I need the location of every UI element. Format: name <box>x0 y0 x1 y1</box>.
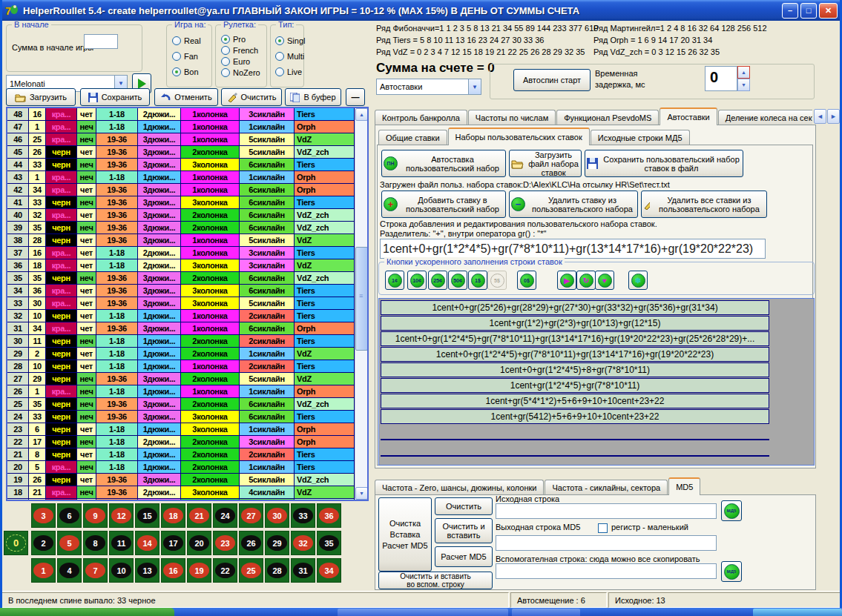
minimize-button[interactable]: – <box>782 3 798 19</box>
board-cell-17[interactable]: 17 <box>161 531 185 555</box>
shape-fill-button[interactable]: ♥ <box>595 271 614 290</box>
board-cell-10[interactable]: 10 <box>109 558 134 583</box>
taskbar-item[interactable] <box>512 609 580 616</box>
board-cell-16[interactable]: 16 <box>161 558 185 583</box>
coin-button-1¢[interactable]: 1¢ <box>385 271 404 290</box>
coin-button-50¢[interactable]: 50¢ <box>448 271 467 290</box>
copy-buffer-button[interactable]: В буфер <box>285 88 341 106</box>
board-cell-26[interactable]: 26 <box>239 531 263 555</box>
bet-string-row[interactable]: 1cent+0+gr(1*2*4*5)+gr(7*8*10*11)+gr(13*… <box>381 347 769 362</box>
board-cell-4[interactable]: 4 <box>57 558 82 583</box>
coin-button-10¢[interactable]: 10¢ <box>407 271 427 290</box>
tab-main-1[interactable]: Частоты по числам <box>468 110 556 125</box>
table-row[interactable]: 1732кра...чет19-363дюжи...2колонка6сикла… <box>7 499 355 501</box>
undo-button[interactable]: Отменить <box>154 88 218 106</box>
board-cell-19[interactable]: 19 <box>187 558 211 583</box>
table-row[interactable]: 4032кра...чет19-363дюжи...2колонка6сикла… <box>7 209 355 222</box>
lowercase-checkbox[interactable] <box>598 523 608 533</box>
bet-string-row[interactable]: 1cent+gr(1*2*4*5)+gr(7*8*10*11) <box>381 378 769 393</box>
save-set-file-button[interactable]: Сохранить пользовательский набор ставок … <box>585 150 743 177</box>
board-cell-5[interactable]: 5 <box>57 531 82 555</box>
collapse-button[interactable]: — <box>346 88 365 106</box>
delay-spinner-value[interactable]: 0 <box>705 66 737 91</box>
table-row[interactable]: 2217черннеч1-182дюжи...2колонка3сиклайнO… <box>7 436 355 448</box>
coin-button-25¢[interactable]: 25¢ <box>428 271 447 290</box>
table-row[interactable]: 4625кра...неч19-363дюжи...1колонка5сикла… <box>7 133 355 146</box>
table-row[interactable]: 4526чернчет19-363дюжи...2колонка5сиклайн… <box>7 146 355 159</box>
board-cell-23[interactable]: 23 <box>213 531 237 555</box>
board-cell-12[interactable]: 12 <box>109 503 134 528</box>
table-row[interactable]: 292чернчет1-181дюжи...2колонка1сиклайнVd… <box>7 348 355 360</box>
board-cell-34[interactable]: 34 <box>317 558 341 583</box>
board-cell-20[interactable]: 20 <box>187 531 211 555</box>
chevron-down-icon[interactable]: ▼ <box>468 79 481 94</box>
md5-aux-input[interactable] <box>496 563 717 579</box>
board-cell-2[interactable]: 2 <box>31 531 56 555</box>
scroll-down-icon[interactable]: ▼ <box>355 487 368 500</box>
table-row[interactable]: 471кра...неч1-181дюжи...1колонка1сиклайн… <box>7 121 355 133</box>
scrollbar-thumb[interactable] <box>355 247 368 351</box>
board-cell-28[interactable]: 28 <box>265 558 289 583</box>
board-cell-18[interactable]: 18 <box>161 503 185 528</box>
play-fill-button[interactable]: ▶ <box>557 271 576 290</box>
tab-bottom-2[interactable]: MD5 <box>668 477 700 495</box>
tab-scroll-right-icon[interactable]: ► <box>827 109 840 124</box>
radio-game_on-Fan[interactable]: Fan <box>172 52 201 61</box>
board-cell-9[interactable]: 9 <box>83 503 108 528</box>
radio-game_on-Real[interactable]: Real <box>172 36 201 45</box>
board-cell-35[interactable]: 35 <box>317 531 341 555</box>
radio-roulette-Euro[interactable]: Euro <box>221 57 260 66</box>
coin-button-1$[interactable]: 1$ <box>468 271 487 290</box>
tab-sub-0[interactable]: Общие ставки <box>378 130 447 145</box>
board-cell-31[interactable]: 31 <box>291 558 315 583</box>
board-cell-29[interactable]: 29 <box>265 531 289 555</box>
tab-bottom-1[interactable]: Частота - сиклайны, сектора <box>545 480 668 495</box>
bet-string-input[interactable] <box>380 239 766 259</box>
table-row[interactable]: 4816кра...чет1-182дюжи...1колонка3сиклай… <box>7 108 355 121</box>
bet-string-row[interactable]: 1cent+gr(5412)+5+6+9+10+10cent+23+22 <box>381 409 769 424</box>
autospin-start-button[interactable]: Автоспин старт <box>513 69 591 91</box>
mode-combobox[interactable]: Автоставки ▼ <box>376 79 481 95</box>
bet-string-row[interactable]: 1cent+0+gr(1*2*4*5)+gr(7*8*10*11)+gr(13*… <box>381 331 769 346</box>
table-row[interactable]: 1821кра...неч19-362дюжи...3колонка4сикла… <box>7 486 355 499</box>
table-row[interactable]: 4433черннеч19-363дюжи...3колонка6сиклайн… <box>7 159 355 171</box>
board-cell-8[interactable]: 8 <box>83 531 108 555</box>
board-cell-36[interactable]: 36 <box>317 503 341 528</box>
board-cell-30[interactable]: 30 <box>265 503 289 528</box>
radio-roulette-Pro[interactable]: Pro <box>221 35 260 44</box>
table-row[interactable]: 218чернчет1-181дюжи...2колонка2сиклайнTi… <box>7 448 355 461</box>
delete-bet-button[interactable]: − Удалить ставку из пользовательского на… <box>509 191 638 218</box>
table-row[interactable]: 3134кра...чет19-363дюжи...1колонка6сикла… <box>7 322 355 335</box>
board-cell-25[interactable]: 25 <box>239 558 263 583</box>
save-button[interactable]: Сохранить <box>80 88 150 106</box>
md5-run-button[interactable]: МД5 <box>721 500 742 521</box>
table-row[interactable]: 2810чернчет1-181дюжи...1колонка2сиклайнT… <box>7 360 355 373</box>
board-cell-zero[interactable]: 0 <box>4 531 28 555</box>
snowflake-fill-button[interactable]: ❄ <box>628 271 648 290</box>
board-cell-24[interactable]: 24 <box>213 503 237 528</box>
board-cell-32[interactable]: 32 <box>291 531 315 555</box>
rotate-fill-button[interactable]: ↻ <box>576 271 596 290</box>
board-cell-11[interactable]: 11 <box>109 531 134 555</box>
md5-clear-button[interactable]: Очистить <box>435 497 493 515</box>
table-row[interactable]: 1926чернчет19-363дюжи...2колонка5сиклайн… <box>7 474 355 486</box>
taskbar[interactable] <box>0 608 842 616</box>
scroll-up-icon[interactable]: ▲ <box>355 108 368 121</box>
bet-string-row[interactable]: 1cent+gr(5*4*1*2)+5+6+9+10+10cent+23+22 <box>381 394 769 408</box>
radio-type-Live[interactable]: Live <box>275 67 305 76</box>
tab-sub-2[interactable]: Исходные строки МД5 <box>591 130 690 145</box>
taskbar-item[interactable] <box>338 609 508 616</box>
load-set-file-button[interactable]: Загрузить файл набора ставок <box>509 150 582 177</box>
radio-type-Singl[interactable]: Singl <box>275 36 305 45</box>
table-row[interactable]: 431кра...неч1-181дюжи...1колонка1сиклайн… <box>7 171 355 184</box>
md5-clear-insert-button[interactable]: Очистить и вставить <box>435 518 493 543</box>
table-row[interactable]: 4234кра...чет19-363дюжи...1колонка6сикла… <box>7 184 355 196</box>
table-row[interactable]: 205кра...неч1-181дюжи...2колонка1сиклайн… <box>7 461 355 474</box>
md5-output-input[interactable] <box>496 535 717 551</box>
board-cell-33[interactable]: 33 <box>291 503 315 528</box>
table-row[interactable]: 3828чернчет19-363дюжи...1колонка5сиклайн… <box>7 234 355 247</box>
delete-all-bets-button[interactable]: Удалить все ставки из пользовательского … <box>641 191 767 218</box>
bet-string-row[interactable]: 1cent+0+gr(1*2*4*5)+8+gr(7*8*10*11) <box>381 362 769 377</box>
md5-aux-run-button[interactable]: МД5 <box>721 561 742 582</box>
md5-clear-insert-aux-button[interactable]: Очистить и вставить во вспом. строку <box>378 572 493 589</box>
